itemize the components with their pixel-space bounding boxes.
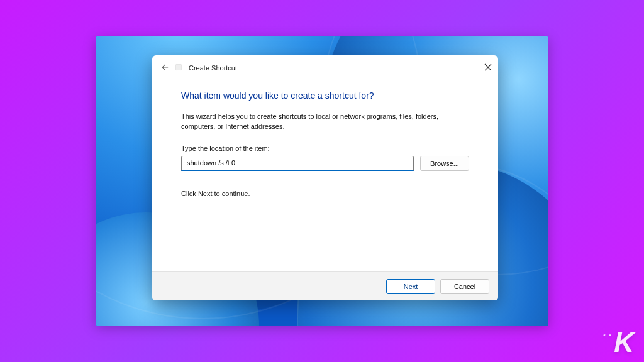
wizard-heading: What item would you like to create a sho… <box>181 90 469 101</box>
dialog-title: Create Shortcut <box>189 64 237 72</box>
watermark-logo: ∙∙K <box>602 327 633 358</box>
dialog-footer: Next Cancel <box>152 272 498 300</box>
continue-hint: Click Next to continue. <box>181 190 469 197</box>
cancel-button[interactable]: Cancel <box>440 279 489 294</box>
next-button[interactable]: Next <box>386 279 435 294</box>
close-icon[interactable] <box>484 63 492 72</box>
browse-button[interactable]: Browse... <box>420 156 469 171</box>
dialog-content: What item would you like to create a sho… <box>152 77 498 272</box>
back-icon[interactable] <box>160 63 169 73</box>
wizard-description: This wizard helps you to create shortcut… <box>181 112 452 132</box>
desktop-wallpaper: Create Shortcut What item would you like… <box>96 36 548 326</box>
create-shortcut-dialog: Create Shortcut What item would you like… <box>152 55 498 300</box>
app-icon <box>175 63 182 72</box>
location-input[interactable] <box>181 156 414 171</box>
titlebar: Create Shortcut <box>152 55 498 77</box>
svg-rect-0 <box>176 65 182 70</box>
location-label: Type the location of the item: <box>181 145 469 152</box>
